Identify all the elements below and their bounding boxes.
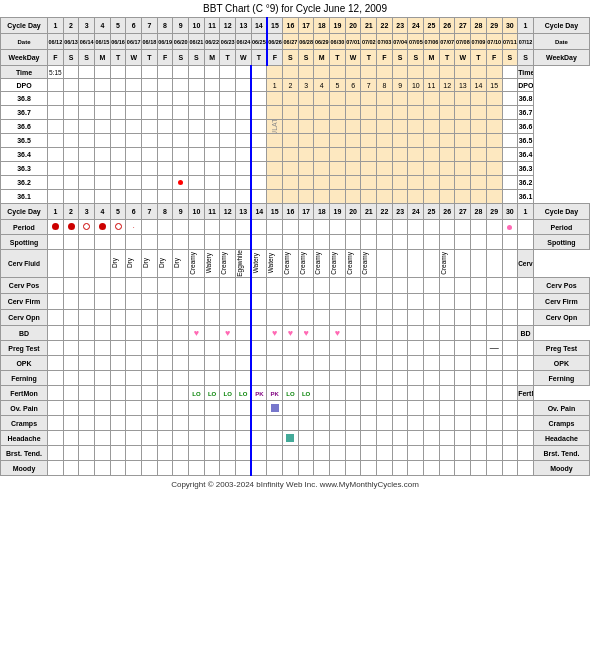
pregtest-29[interactable]: — [486, 341, 502, 356]
temp-368-left: 36.8 [1, 92, 48, 106]
cd-3: 3 [79, 18, 95, 34]
date-header-left: Date [1, 34, 48, 50]
cycle-day-2-left: Cycle Day [1, 204, 48, 220]
cf-12[interactable]: Creamy [220, 250, 236, 278]
time-value: 5:15 [48, 66, 64, 79]
temp-362-right: 36.2 [518, 176, 534, 190]
cf-20[interactable]: Creamy [345, 250, 361, 278]
cf-10[interactable]: Creamy [189, 250, 205, 278]
fm-14[interactable]: PK [251, 386, 267, 401]
period-3[interactable] [79, 220, 95, 235]
period-30[interactable] [502, 220, 518, 235]
fm-10[interactable]: LO [189, 386, 205, 401]
wd-14: T [251, 50, 267, 66]
period-5[interactable] [110, 220, 126, 235]
date-31: 07/12 [518, 34, 534, 50]
cd-19: 19 [330, 18, 346, 34]
wd-6: W [126, 50, 142, 66]
wd-11: M [204, 50, 220, 66]
fertmon-label-right: FertMon [518, 386, 534, 401]
cd-26: 26 [439, 18, 455, 34]
cervpos-label-right: Cerv Pos [533, 278, 589, 294]
bd-16[interactable]: ♥ [283, 326, 299, 341]
fm-13[interactable]: LO [236, 386, 252, 401]
date-20: 07/01 [345, 34, 361, 50]
cervfluid-label-right: Cerv Fluid [518, 250, 534, 278]
fm-16[interactable]: LO [283, 386, 299, 401]
bd-15[interactable]: ♥ [267, 326, 283, 341]
date-2: 06/13 [63, 34, 79, 50]
date-14: 06/25 [251, 34, 267, 50]
date-17: 06/28 [298, 34, 314, 50]
headache-label-right: Headache [533, 431, 589, 446]
cd-24: 24 [408, 18, 424, 34]
cervpos-label-left: Cerv Pos [1, 278, 48, 294]
pregtest-label-left: Preg Test [1, 341, 48, 356]
date-27: 07/08 [455, 34, 471, 50]
cd-23: 23 [392, 18, 408, 34]
cf-16[interactable]: Creamy [283, 250, 299, 278]
cf-7[interactable]: Dry [142, 250, 158, 278]
fm-15[interactable]: PK [267, 386, 283, 401]
weekday-header-left: WeekDay [1, 50, 48, 66]
cf-11[interactable]: Watery [204, 250, 220, 278]
dpo-2: 2 [283, 79, 299, 92]
period-6[interactable]: · [126, 220, 142, 235]
cf-21[interactable]: Creamy [361, 250, 377, 278]
bd-label-right: BD [518, 326, 534, 341]
temp-361-right: 36.1 [518, 190, 534, 204]
bd-12[interactable]: ♥ [220, 326, 236, 341]
bd-label-left: BD [1, 326, 48, 341]
wd-22: F [377, 50, 393, 66]
fm-12[interactable]: LO [220, 386, 236, 401]
cf-6[interactable]: Dry [126, 250, 142, 278]
date-23: 07/04 [392, 34, 408, 50]
date-29: 07/10 [486, 34, 502, 50]
cf-18[interactable]: Creamy [314, 250, 330, 278]
dpo-11: 11 [424, 79, 440, 92]
period-4[interactable] [95, 220, 111, 235]
cf-5[interactable]: Dry [110, 250, 126, 278]
cf-8[interactable]: Dry [157, 250, 173, 278]
cd-15: 15 [267, 18, 283, 34]
cf-19[interactable]: Creamy [330, 250, 346, 278]
period-1[interactable] [48, 220, 64, 235]
ovpain-15[interactable] [267, 401, 283, 416]
headache-16[interactable] [283, 431, 299, 446]
weekday-header-right: WeekDay [533, 50, 589, 66]
cramps-label-left: Cramps [1, 416, 48, 431]
cf-14[interactable]: Watery [251, 250, 267, 278]
date-16: 06/27 [283, 34, 299, 50]
wd-17: S [298, 50, 314, 66]
dpo-10: 10 [408, 79, 424, 92]
cervopn-label-left: Cerv Opn [1, 310, 48, 326]
bd-19[interactable]: ♥ [330, 326, 346, 341]
moody-label-left: Moody [1, 461, 48, 476]
date-9: 06/20 [173, 34, 189, 50]
cf-9[interactable]: Dry [173, 250, 189, 278]
moody-label-right: Moody [533, 461, 589, 476]
date-6: 06/17 [126, 34, 142, 50]
cd-6: 6 [126, 18, 142, 34]
temp-367-right: 36.7 [518, 106, 534, 120]
temp-364-left: 36.4 [1, 148, 48, 162]
period-2[interactable] [63, 220, 79, 235]
dpo-3: 3 [298, 79, 314, 92]
fm-11[interactable]: LO [204, 386, 220, 401]
bd-10[interactable]: ♥ [189, 326, 205, 341]
fm-17[interactable]: LO [298, 386, 314, 401]
cf-15[interactable]: Watery [267, 250, 283, 278]
cf-17[interactable]: Creamy [298, 250, 314, 278]
dpo-12: 12 [439, 79, 455, 92]
temp-365-right: 36.5 [518, 134, 534, 148]
temp-368-right: 36.8 [518, 92, 534, 106]
cf-13[interactable]: Eggwhite [236, 250, 252, 278]
cf-27[interactable]: Creamy [439, 250, 455, 278]
pregtest-label-right: Preg Test [533, 341, 589, 356]
wd-3: S [79, 50, 95, 66]
bd-17[interactable]: ♥ [298, 326, 314, 341]
ovpain-label-right: Ov. Pain [533, 401, 589, 416]
temp-362-left: 36.2 [1, 176, 48, 190]
time-label-left: Time [1, 66, 48, 79]
cervfluid-label-left: Cerv Fluid [1, 250, 48, 278]
